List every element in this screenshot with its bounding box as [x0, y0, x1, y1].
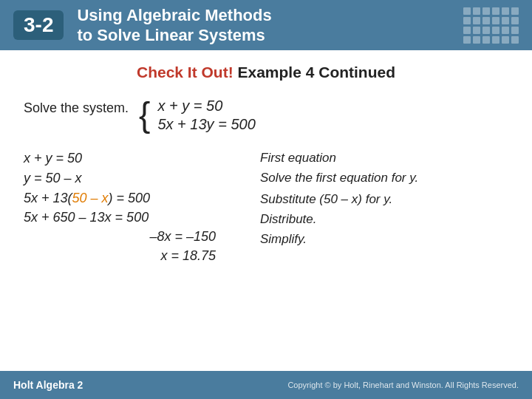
header-title: Using Algebraic Methods to Solve Linear …	[77, 5, 271, 46]
system-eq1: x + y = 50	[157, 98, 255, 115]
section-badge: 3-2	[13, 10, 64, 40]
step2-math: y = 50 – x	[24, 171, 260, 186]
section-heading: Check It Out! Example 4 Continued	[24, 64, 508, 81]
steps-container: x + y = 50 First equation y = 50 – x Sol…	[24, 151, 508, 264]
step-multi-note-2: Distribute.	[260, 212, 508, 227]
step-multi-math: 5x + 13(50 – x) = 500 5x + 650 – 13x = 5…	[24, 191, 260, 264]
step-multi-note-3: Simplify.	[260, 232, 508, 247]
step-row-multi: 5x + 13(50 – x) = 500 5x + 650 – 13x = 5…	[24, 191, 508, 264]
step2-note: Solve the first equation for y.	[260, 171, 508, 185]
step-multi-math-4: x = 18.75	[24, 248, 245, 264]
example-label: Example 4 Continued	[233, 64, 395, 81]
main-content: Check It Out! Example 4 Continued Solve …	[0, 50, 532, 277]
system-eq2: 5x + 13y = 500	[157, 116, 255, 133]
step-multi-note-1: Substitute (50 – x) for y.	[260, 192, 508, 207]
header: 3-2 Using Algebraic Methods to Solve Lin…	[0, 0, 532, 50]
step-multi-notes: Substitute (50 – x) for y. Distribute. S…	[260, 191, 508, 248]
step-multi-math-1: 5x + 13(50 – x) = 500	[24, 191, 245, 206]
check-it-out-label: Check It Out!	[137, 64, 233, 81]
solve-label: Solve the system.	[24, 100, 129, 116]
step1-note: First equation	[260, 151, 508, 166]
step1-math: x + y = 50	[24, 151, 260, 166]
system-equations: x + y = 50 5x + 13y = 500	[157, 98, 255, 134]
footer: Holt Algebra 2 Copyright © by Holt, Rine…	[0, 371, 532, 399]
system-row: Solve the system. { x + y = 50 5x + 13y …	[24, 98, 508, 134]
step-row-2: y = 50 – x Solve the first equation for …	[24, 171, 508, 186]
footer-brand: Holt Algebra 2	[13, 379, 83, 391]
step-multi-math-2: 5x + 650 – 13x = 500	[24, 210, 245, 225]
step-multi-math-3: –8x = –150	[24, 229, 245, 245]
header-decoration	[463, 7, 519, 44]
left-brace: {	[139, 98, 150, 132]
step-row-1: x + y = 50 First equation	[24, 151, 508, 166]
footer-copyright: Copyright © by Holt, Rinehart and Winsto…	[287, 381, 519, 389]
